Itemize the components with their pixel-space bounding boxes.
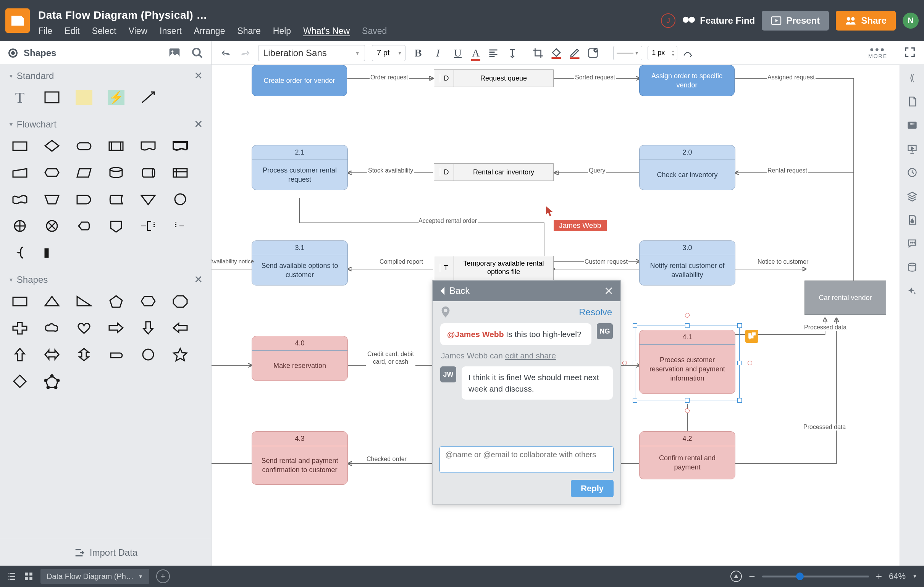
menu-arrange[interactable]: Arrange (194, 26, 225, 36)
proc-4-2[interactable]: 4.2 Confirm rental and payment (639, 431, 735, 479)
zoom-slider[interactable] (762, 575, 869, 577)
quote-icon[interactable]: "" (907, 120, 917, 130)
sel-port-e[interactable] (747, 361, 752, 365)
datastore-rental-inventory[interactable]: D Rental car inventory (434, 163, 554, 181)
sel-port-n[interactable] (685, 313, 690, 318)
user-avatar-n[interactable]: N (903, 13, 919, 29)
fc-connector[interactable] (172, 191, 189, 207)
fc-brace[interactable] (12, 245, 28, 260)
reply-button[interactable]: Reply (571, 480, 614, 497)
fc-display[interactable] (76, 218, 92, 234)
fc-preparation[interactable] (43, 165, 60, 180)
fc-multidoc[interactable] (172, 138, 189, 153)
fc-card[interactable] (43, 245, 60, 260)
proc-3-0[interactable]: 3.0 Notify rental customer of availabili… (639, 241, 735, 285)
close-section-shapes[interactable]: ✕ (194, 273, 203, 286)
fc-data[interactable] (76, 165, 92, 180)
zoom-out-button[interactable]: − (749, 570, 755, 582)
add-page-button[interactable]: + (156, 569, 170, 583)
history-icon[interactable] (907, 167, 917, 178)
sparkle-icon[interactable] (907, 285, 917, 296)
sh-tri[interactable] (43, 294, 60, 309)
app-logo[interactable] (5, 8, 30, 33)
fc-terminator[interactable] (76, 138, 92, 153)
resolve-button[interactable]: Resolve (579, 307, 612, 318)
fc-internalstorage[interactable] (172, 165, 189, 180)
layers-icon[interactable] (907, 191, 917, 201)
close-section-standard[interactable]: ✕ (194, 69, 203, 82)
comment-close-button[interactable]: ✕ (604, 284, 614, 298)
fc-offpage[interactable] (108, 218, 124, 234)
proc-2-1[interactable]: 2.1 Process customer rental request (252, 145, 348, 190)
fc-predefined[interactable] (108, 138, 124, 153)
sh-cloud[interactable] (43, 320, 60, 335)
menu-edit[interactable]: Edit (64, 26, 80, 36)
import-data-button[interactable]: Import Data (0, 539, 211, 566)
fc-directdata[interactable] (140, 165, 157, 180)
sh-oct[interactable] (172, 294, 189, 309)
fc-papertape[interactable] (12, 191, 28, 207)
fc-annotation1[interactable] (140, 218, 157, 234)
presentation-icon[interactable] (907, 143, 917, 154)
droplet-page-icon[interactable] (907, 214, 917, 225)
fc-merge[interactable] (140, 191, 157, 207)
datastore-request-queue[interactable]: D Request queue (434, 69, 554, 87)
shape-options-icon[interactable] (587, 47, 599, 59)
proc-2-0[interactable]: 2.0 Check car inventory (639, 145, 735, 190)
entity-car-vendor[interactable]: Car rental vendor (805, 280, 886, 315)
line-end-icon[interactable] (683, 48, 693, 58)
fc-storeddata[interactable] (108, 191, 124, 207)
line-width-input[interactable]: 1 px ▲▼ (648, 46, 677, 60)
align-icon[interactable] (488, 48, 499, 58)
grid-icon[interactable] (24, 571, 34, 581)
menu-share[interactable]: Share (237, 26, 261, 36)
fill-color-icon[interactable] (551, 47, 562, 59)
fc-decision[interactable] (43, 138, 60, 153)
sh-pill[interactable] (108, 347, 124, 362)
border-color-icon[interactable] (569, 47, 580, 59)
comment-indicator[interactable] (745, 330, 758, 343)
proc-4-3[interactable]: 4.3 Send rental and payment confirmation… (252, 431, 348, 485)
font-family-select[interactable]: Liberation Sans▼ (258, 45, 365, 61)
fc-delay[interactable] (76, 191, 92, 207)
sel-handle-sw[interactable] (633, 398, 637, 403)
fc-manualop[interactable] (43, 191, 60, 207)
share-button[interactable]: Share (836, 11, 896, 31)
underline-icon[interactable]: U (452, 46, 464, 59)
sh-heart[interactable] (76, 320, 92, 335)
collaborator-avatar-j[interactable]: J (661, 13, 675, 28)
fc-document[interactable] (140, 138, 157, 153)
section-standard[interactable]: Standard (17, 71, 54, 81)
rect-shape[interactable] (43, 90, 60, 105)
font-size-select[interactable]: 7 pt▼ (372, 45, 406, 61)
section-flowchart[interactable]: Flowchart (17, 119, 56, 130)
fc-process[interactable] (12, 138, 28, 153)
line-style-select[interactable]: ▼ (613, 46, 642, 60)
sel-handle-s[interactable] (685, 398, 690, 403)
fc-summing[interactable] (43, 218, 60, 234)
sel-handle-w[interactable] (633, 361, 637, 365)
outline-icon[interactable] (7, 571, 17, 581)
sh-rtri[interactable] (76, 294, 92, 309)
sel-port-s[interactable] (685, 408, 690, 413)
more-tools[interactable]: ••• MORE (868, 47, 887, 59)
note-shape[interactable] (76, 90, 92, 105)
crop-icon[interactable] (532, 47, 544, 59)
reply-input[interactable] (439, 446, 614, 473)
fullscreen-icon[interactable] (904, 46, 916, 59)
sh-poly[interactable] (43, 374, 60, 389)
sel-handle-se[interactable] (737, 398, 742, 403)
sel-handle-e[interactable] (737, 361, 742, 365)
redo-icon[interactable] (240, 48, 251, 58)
navigator-icon[interactable] (731, 571, 742, 582)
sel-handle-n[interactable] (685, 323, 690, 328)
proc-3-1[interactable]: 3.1 Send available options to customer (252, 241, 348, 285)
sh-arrowu[interactable] (12, 347, 28, 362)
menu-whats-new[interactable]: What's New (303, 26, 350, 36)
comment-back-button[interactable]: Back (439, 285, 470, 296)
text-shape[interactable]: T (12, 90, 28, 105)
document-title[interactable]: Data Flow Diagram (Physical) … (38, 9, 387, 21)
sel-port-w[interactable] (622, 361, 627, 365)
edit-share-link[interactable]: edit and share (505, 351, 556, 360)
sh-circle[interactable] (140, 347, 157, 362)
